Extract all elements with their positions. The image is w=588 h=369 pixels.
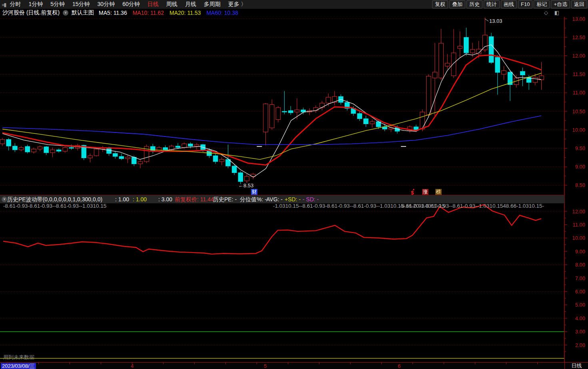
price-axis-label: 9.00 <box>575 164 585 170</box>
candle-body <box>194 144 199 146</box>
candle-body <box>313 108 318 110</box>
candle-body <box>320 103 325 108</box>
time-axis-tick <box>381 363 382 364</box>
candle-body <box>175 146 180 148</box>
menu-item-11[interactable]: 更多 〉 <box>228 1 247 8</box>
pe-axis-label: 3.00 <box>575 329 585 335</box>
date-label[interactable]: 2023/03/08/三 <box>1 363 36 369</box>
month-label-6: 6 <box>398 363 401 369</box>
time-axis-tick <box>319 363 319 364</box>
candlestick-chart: 13.0012.5012.0011.5011.0010.5010.009.509… <box>0 17 588 362</box>
event-badge-zhang[interactable]: 涨 <box>422 189 429 195</box>
time-axis-tick <box>288 363 288 364</box>
candle-body <box>6 139 11 146</box>
candle-body <box>88 156 93 158</box>
candle-body <box>188 144 193 146</box>
time-axis-tick <box>225 363 226 364</box>
stock-title: 沙河股份 (日线.前复权) <box>2 9 60 16</box>
pe-axis-label: 6.00 <box>575 289 585 295</box>
indicator-param-2: : 1.00 <box>115 196 129 203</box>
time-axis-tick <box>444 363 444 364</box>
price-axis-label: 10.00 <box>572 127 585 133</box>
candle-body <box>69 148 74 148</box>
menu-item-10[interactable]: 多周期 <box>204 1 221 8</box>
candle-body <box>458 46 462 48</box>
menu-item-1[interactable]: 分时 <box>10 1 21 8</box>
indicator-param-4: : 3.00 <box>158 196 172 203</box>
time-axis-tick <box>506 363 506 364</box>
toolbar-button-4[interactable]: 统计 <box>484 0 500 8</box>
menu-item-3[interactable]: 5分钟 <box>50 1 65 8</box>
toolbar-button-9[interactable]: 返回 <box>571 0 587 8</box>
pe-price-line <box>3 205 541 254</box>
candle-body <box>357 114 362 119</box>
main-chart-view-label[interactable]: 默认主图 <box>72 9 94 16</box>
chart-corner-icons[interactable]: ◇ ◧ <box>544 10 562 16</box>
toolbar-button-7[interactable]: 标记 <box>534 0 550 8</box>
candle-body <box>263 104 268 132</box>
indicator-param-6: 历史PE: - <box>213 196 237 203</box>
time-axis-tick <box>350 363 351 364</box>
candle-body <box>126 157 130 159</box>
time-axis-tick <box>475 363 475 364</box>
price-axis-label: 10.50 <box>572 108 585 114</box>
price-axis-label: 13.00 <box>572 17 585 22</box>
indicator-values-line: -8.61-0.93-8.61-0.93--8.61-0.93--1.0310.… <box>0 203 588 210</box>
candle-body <box>132 157 136 164</box>
candle-body <box>470 50 475 53</box>
candle-body <box>364 119 369 124</box>
candle-body <box>464 37 469 53</box>
chevron-down-icon[interactable]: ∨ <box>63 10 68 16</box>
indicator-param-3: : 1.00 <box>133 196 147 203</box>
candle-body <box>483 35 488 50</box>
event-badge-cai[interactable]: 财 <box>251 189 257 195</box>
toolbar-button-8[interactable]: +自选 <box>551 0 570 8</box>
indicator-param-7: 分位值%: - <box>240 196 267 203</box>
window-collapse-icon[interactable]: »▮ <box>2 2 6 8</box>
ma-label-3: MA20: 11.53 <box>169 10 201 16</box>
menu-item-8[interactable]: 周线 <box>166 1 177 8</box>
toolbar-button-6[interactable]: F10 <box>518 0 532 8</box>
candle-body <box>182 144 187 147</box>
time-axis-tick <box>7 363 8 364</box>
candle-body <box>119 156 124 159</box>
menu-item-4[interactable]: 15分钟 <box>72 1 90 8</box>
candle-body <box>238 173 243 182</box>
toolbar-button-5[interactable]: 画线 <box>501 0 517 8</box>
indicator-param-9: +SD: - <box>285 196 301 203</box>
toolbar-right-buttons: 复权叠加历史统计画线F10标记+自选返回 <box>432 0 588 8</box>
menu-item-6[interactable]: 60分钟 <box>122 1 140 8</box>
candle-body <box>370 122 375 124</box>
time-axis-tick <box>194 363 195 364</box>
event-badge-bang[interactable]: 榜 <box>435 189 442 195</box>
price-axis-label: 9.50 <box>575 145 585 151</box>
ma-label-4: MA60: 10.38 <box>206 10 238 16</box>
menu-item-2[interactable]: 1分钟 <box>28 1 43 8</box>
price-axis-label: 12.00 <box>572 53 585 59</box>
period-menu: 分时1分钟5分钟15分钟30分钟60分钟日线周线月线多周期更多 〉 <box>10 1 246 8</box>
candle-body <box>245 176 249 181</box>
time-axis-tick <box>101 363 101 364</box>
pe-axis-label: 4.00 <box>575 315 585 321</box>
indicator-pane-header: ∨ 历史PE波动带(0,0,0,0,0,0,1,0,300,0,0): 1.00… <box>0 195 564 203</box>
pe-axis-label: 2.00 <box>575 342 585 348</box>
toolbar-button-1[interactable]: 复权 <box>432 0 448 8</box>
indicator-collapse-icon[interactable]: ∨ <box>2 197 7 202</box>
indicator-band-values-1: -8.61-0.93-8.61-0.93--8.61-0.93--1.0310.… <box>3 203 106 209</box>
time-axis-tick <box>413 363 413 364</box>
candle-body <box>38 147 42 149</box>
menu-item-9[interactable]: 月线 <box>185 1 196 8</box>
ma-label-1: MA5: 11.36 <box>99 10 127 16</box>
event-badge-dollar[interactable]: $ <box>410 190 415 196</box>
time-axis-tick <box>257 363 257 364</box>
time-axis-tick <box>38 363 39 364</box>
menu-item-7[interactable]: 日线 <box>147 1 159 8</box>
month-label-5: 5 <box>264 363 267 369</box>
toolbar-button-2[interactable]: 叠加 <box>449 0 465 8</box>
menu-item-5[interactable]: 30分钟 <box>98 1 115 8</box>
candle-body <box>50 150 55 152</box>
price-axis-label: 11.50 <box>572 71 585 77</box>
toolbar-button-3[interactable]: 历史 <box>466 0 482 8</box>
candle-body <box>533 77 538 82</box>
ma-label-2: MA10: 11.62 <box>133 10 164 16</box>
